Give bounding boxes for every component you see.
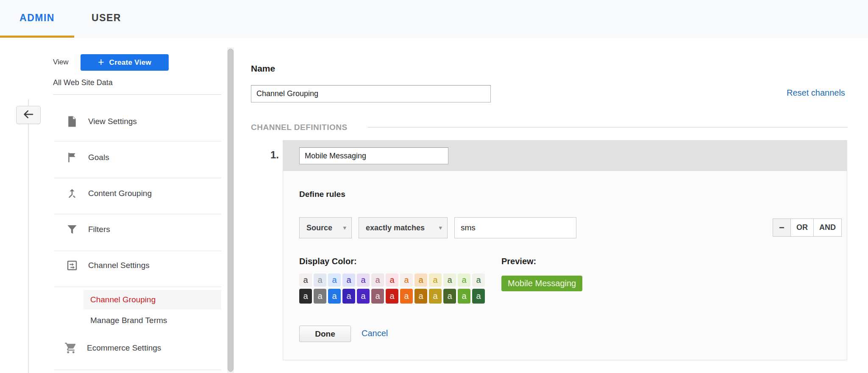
cancel-link[interactable]: Cancel [362, 329, 388, 338]
arrow-left-icon [22, 108, 35, 122]
name-heading: Name [251, 64, 275, 74]
match-type-select[interactable]: exactly matches ▾ [359, 217, 448, 238]
sidebar-collapse-rail [28, 99, 29, 373]
define-rules-heading: Define rules [299, 190, 345, 199]
color-swatch[interactable]: a [299, 274, 312, 287]
done-button[interactable]: Done [299, 326, 351, 342]
chevron-down-icon: ▾ [439, 224, 442, 232]
color-swatch[interactable]: a [371, 274, 384, 287]
tab-user[interactable]: USER [74, 0, 139, 36]
tab-user-label: USER [92, 12, 121, 24]
channel-name-input[interactable] [299, 147, 448, 164]
tab-admin[interactable]: ADMIN [0, 0, 74, 36]
color-swatch[interactable]: a [458, 274, 470, 287]
divider [54, 251, 221, 251]
sidebar-item-channel-settings[interactable]: Channel Settings [65, 257, 150, 274]
and-button[interactable]: AND [813, 218, 842, 237]
divider [54, 178, 221, 178]
sidebar-item-label: Channel Settings [88, 261, 150, 270]
merge-icon [65, 186, 79, 201]
sidebar-item-label: Goals [88, 153, 109, 162]
collapse-sidebar-button[interactable] [16, 106, 41, 124]
reset-channels-link[interactable]: Reset channels [787, 88, 845, 98]
tab-admin-label: ADMIN [19, 12, 55, 24]
sidebar-item-goals[interactable]: Goals [65, 149, 109, 166]
preview-label: Preview: [501, 257, 536, 266]
sidebar-item-content-grouping[interactable]: Content Grouping [65, 185, 152, 202]
sidebar-item-filters[interactable]: Filters [65, 221, 110, 238]
color-swatch[interactable]: a [342, 274, 355, 287]
color-swatch[interactable]: a [357, 289, 370, 304]
color-palette-row-dark: aaaaaaaaaaaaa [299, 289, 485, 304]
sidebar-item-label: View Settings [88, 117, 137, 126]
divider [54, 141, 221, 141]
sidebar-item-manage-brand-terms[interactable]: Manage Brand Terms [90, 316, 167, 325]
color-swatch[interactable]: a [299, 289, 312, 304]
chevron-down-icon: ▾ [343, 224, 346, 232]
active-tab-underline [0, 36, 74, 38]
flag-icon [65, 150, 79, 165]
color-palette-row-light: aaaaaaaaaaaaa [299, 274, 485, 287]
channel-icon [65, 258, 79, 273]
section-divider [368, 127, 848, 127]
sidebar-scrollbar[interactable] [228, 49, 234, 372]
view-name: All Web Site Data [53, 78, 113, 87]
match-type-select-value: exactly matches [366, 224, 425, 232]
color-swatch[interactable]: a [458, 289, 470, 304]
color-swatch[interactable]: a [429, 274, 442, 287]
plus-icon: + [98, 57, 104, 67]
color-swatch[interactable]: a [443, 274, 456, 287]
rule-number: 1. [266, 149, 279, 161]
display-color-label: Display Color: [299, 257, 357, 266]
app-window: ADMIN USER View + Create View All Web Si… [0, 0, 868, 373]
color-swatch[interactable]: a [314, 274, 326, 287]
view-section-label: View [53, 58, 69, 66]
divider [54, 287, 221, 287]
cart-icon [64, 341, 78, 355]
funnel-icon [65, 222, 79, 237]
color-swatch[interactable]: a [472, 289, 485, 304]
color-swatch[interactable]: a [342, 289, 355, 304]
file-icon [65, 114, 79, 129]
rule-logic-buttons: − OR AND [773, 218, 842, 237]
color-swatch[interactable]: a [400, 289, 413, 304]
dimension-select-value: Source [306, 224, 332, 232]
color-swatch[interactable]: a [472, 274, 485, 287]
sidebar-item-ecommerce-settings[interactable]: Ecommerce Settings [64, 340, 161, 356]
color-swatch[interactable]: a [415, 289, 427, 304]
channel-definitions-heading: CHANNEL DEFINITIONS [251, 123, 348, 132]
sidebar-item-label: Content Grouping [88, 189, 152, 198]
color-swatch[interactable]: a [400, 274, 413, 287]
color-swatch[interactable]: a [371, 289, 384, 304]
divider [54, 370, 221, 370]
divider [53, 94, 221, 95]
channel-grouping-name-input[interactable] [251, 85, 491, 102]
color-swatch[interactable]: a [386, 289, 398, 304]
sidebar-item-label: Filters [88, 225, 110, 234]
color-swatch[interactable]: a [429, 289, 442, 304]
create-view-button[interactable]: + Create View [81, 54, 169, 71]
color-swatch[interactable]: a [328, 289, 341, 304]
color-swatch[interactable]: a [357, 274, 370, 287]
color-swatch[interactable]: a [328, 274, 341, 287]
rule-value-input[interactable] [454, 217, 576, 238]
color-swatch[interactable]: a [386, 274, 398, 287]
remove-rule-button[interactable]: − [773, 218, 791, 237]
divider [54, 214, 221, 214]
color-swatch[interactable]: a [314, 289, 326, 304]
sidebar-item-view-settings[interactable]: View Settings [65, 113, 137, 130]
channel-preview-badge: Mobile Messaging [501, 276, 582, 291]
sidebar-item-channel-grouping[interactable]: Channel Grouping [90, 295, 156, 304]
create-view-label: Create View [109, 58, 151, 67]
color-palette: aaaaaaaaaaaaa aaaaaaaaaaaaa [299, 274, 485, 304]
top-tab-bar: ADMIN USER [0, 0, 868, 38]
dimension-select[interactable]: Source ▾ [299, 217, 352, 238]
or-button[interactable]: OR [790, 218, 814, 237]
sidebar-item-label: Ecommerce Settings [87, 343, 161, 353]
color-swatch[interactable]: a [415, 274, 427, 287]
color-swatch[interactable]: a [443, 289, 456, 304]
